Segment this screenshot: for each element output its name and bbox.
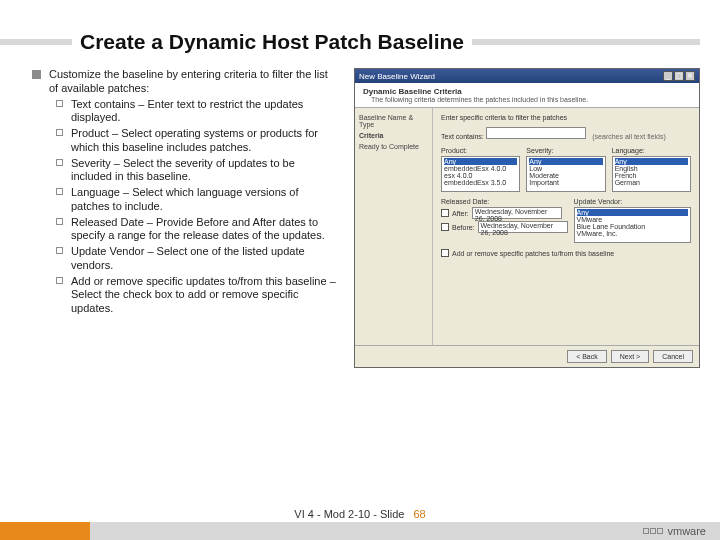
wizard-header-title: Dynamic Baseline Criteria — [363, 87, 691, 96]
footer-accent — [0, 522, 90, 540]
wizard-main: Enter specific criteria to filter the pa… — [433, 108, 699, 345]
sub-bullet-icon — [56, 129, 63, 136]
before-date-input: Wednesday, November 26, 2008 — [478, 221, 568, 233]
sub-bullet-icon — [56, 277, 63, 284]
list-item: embeddedEsx 4.0.0 — [444, 165, 517, 172]
sub-bullet-icon — [56, 188, 63, 195]
content-area: Customize the baseline by entering crite… — [0, 68, 720, 368]
text-hint: (searches all text fields) — [592, 133, 666, 140]
title-decor-left — [0, 39, 72, 45]
cancel-button: Cancel — [653, 350, 693, 363]
intro-text: Customize the baseline by entering crite… — [49, 68, 336, 96]
logo-box-icon — [643, 528, 649, 534]
footer: vmware — [0, 506, 720, 540]
list-item: VMware, Inc. — [577, 230, 688, 237]
language-listbox: Any English French German — [612, 156, 691, 192]
wizard-title-text: New Baseline Wizard — [359, 72, 435, 81]
title-decor-right — [472, 39, 700, 45]
language-label: Language: — [612, 147, 691, 154]
next-button: Next > — [611, 350, 649, 363]
text-column: Customize the baseline by entering crite… — [32, 68, 336, 368]
severity-label: Severity: — [526, 147, 605, 154]
before-label: Before: — [452, 224, 475, 231]
wizard-sidebar: Baseline Name & Type Criteria Ready to C… — [355, 108, 433, 345]
list-item: VMware — [577, 216, 688, 223]
list-item: Any — [577, 209, 688, 216]
after-checkbox — [441, 209, 449, 217]
list-item: German — [615, 179, 688, 186]
before-checkbox — [441, 223, 449, 231]
wizard-screenshot: New Baseline Wizard _ ▢ ✕ Dynamic Baseli… — [354, 68, 700, 368]
list-item: Add or remove specific updates to/from t… — [71, 275, 336, 316]
list-item: Text contains – Enter text to restrict t… — [71, 98, 336, 126]
list-item: Any — [529, 158, 602, 165]
wizard-step: Baseline Name & Type — [359, 114, 428, 128]
title-row: Create a Dynamic Host Patch Baseline — [0, 30, 720, 54]
logo-box-icon — [657, 528, 663, 534]
sub-bullet-icon — [56, 100, 63, 107]
text-contains-label: Text contains: — [441, 133, 484, 140]
wizard-step: Ready to Complete — [359, 143, 428, 150]
wizard-header: Dynamic Baseline Criteria The following … — [355, 83, 699, 108]
filter-label: Enter specific criteria to filter the pa… — [441, 114, 691, 121]
list-item: Low — [529, 165, 602, 172]
page-title: Create a Dynamic Host Patch Baseline — [72, 30, 472, 54]
sub-bullet-icon — [56, 218, 63, 225]
list-item: Any — [444, 158, 517, 165]
list-item: Update Vendor – Select one of the listed… — [71, 245, 336, 273]
wizard-titlebar: New Baseline Wizard _ ▢ ✕ — [355, 69, 699, 83]
minimize-icon: _ — [663, 71, 673, 81]
sub-bullet-icon — [56, 159, 63, 166]
footer-bar: vmware — [90, 522, 720, 540]
severity-listbox: Any Low Moderate Important — [526, 156, 605, 192]
released-label: Released Date: — [441, 198, 568, 205]
sub-bullet-icon — [56, 247, 63, 254]
list-item: Severity – Select the severity of update… — [71, 157, 336, 185]
wizard-step: Criteria — [359, 132, 428, 139]
list-item: French — [615, 172, 688, 179]
maximize-icon: ▢ — [674, 71, 684, 81]
list-item: Released Date – Provide Before and After… — [71, 216, 336, 244]
list-item: esx 4.0.0 — [444, 172, 517, 179]
list-item: Moderate — [529, 172, 602, 179]
addremove-checkbox — [441, 249, 449, 257]
list-item: Blue Lane Foundation — [577, 223, 688, 230]
wizard-footer: < Back Next > Cancel — [355, 345, 699, 367]
list-item: embeddedEsx 3.5.0 — [444, 179, 517, 186]
after-label: After: — [452, 210, 469, 217]
list-item: Important — [529, 179, 602, 186]
brand-logo: vmware — [643, 525, 706, 537]
list-item: English — [615, 165, 688, 172]
back-button: < Back — [567, 350, 607, 363]
after-date-input: Wednesday, November 26, 2008 — [472, 207, 562, 219]
vendor-label: Update Vendor: — [574, 198, 691, 205]
list-item: Any — [615, 158, 688, 165]
product-label: Product: — [441, 147, 520, 154]
close-icon: ✕ — [685, 71, 695, 81]
list-item: Product – Select operating systems or pr… — [71, 127, 336, 155]
vendor-listbox: Any VMware Blue Lane Foundation VMware, … — [574, 207, 691, 243]
list-item: Language – Select which language version… — [71, 186, 336, 214]
bullet-icon — [32, 70, 41, 79]
wizard-header-sub: The following criteria determines the pa… — [371, 96, 691, 103]
brand-text: vmware — [667, 525, 706, 537]
product-listbox: Any embeddedEsx 4.0.0 esx 4.0.0 embedded… — [441, 156, 520, 192]
addremove-label: Add or remove specific patches to/from t… — [452, 250, 614, 257]
text-contains-input — [486, 127, 586, 139]
logo-box-icon — [650, 528, 656, 534]
